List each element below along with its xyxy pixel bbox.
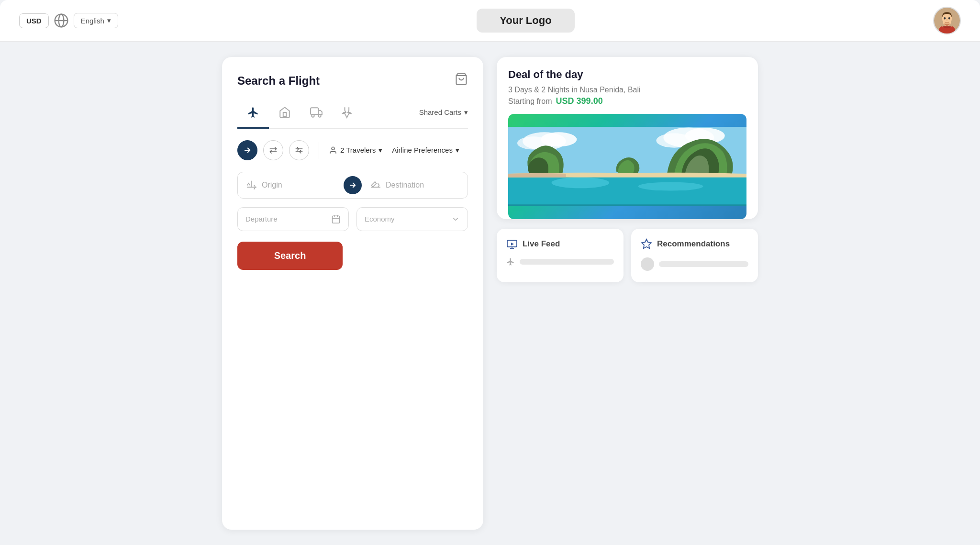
search-card: Search a Flight	[222, 57, 483, 530]
bottom-cards: Live Feed Recommendations	[497, 229, 758, 282]
svg-point-28	[638, 182, 703, 190]
deal-description: 3 Days & 2 Nights in Nusa Penida, Bali	[508, 86, 746, 94]
language-button[interactable]: English ▾	[74, 13, 118, 28]
live-feed-header: Live Feed	[506, 238, 614, 250]
svg-point-10	[312, 114, 314, 117]
svg-rect-14	[333, 216, 340, 223]
user-avatar-image	[934, 8, 960, 33]
tab-activities[interactable]	[332, 102, 364, 129]
deal-image	[508, 114, 746, 219]
travelers-label: 2 Travelers	[340, 146, 376, 154]
tab-car[interactable]	[301, 102, 332, 129]
search-card-title: Search a Flight	[237, 74, 320, 88]
departure-placeholder-text: Departure	[245, 215, 278, 223]
class-chevron-icon	[451, 215, 460, 223]
cart-icon[interactable]	[455, 72, 468, 89]
tab-flight[interactable]	[237, 102, 269, 129]
deal-title: Deal of the day	[508, 68, 746, 81]
svg-marker-30	[511, 243, 514, 245]
live-feed-row	[506, 257, 614, 266]
deal-price-row: Starting from USD 399.00	[508, 96, 746, 106]
recommendations-row	[641, 257, 748, 271]
airline-pref-label: Airline Preferences	[392, 146, 453, 154]
avatar[interactable]	[933, 7, 961, 34]
svg-point-6	[948, 17, 950, 20]
live-feed-placeholder-bar	[520, 259, 614, 265]
recommendations-header: Recommendations	[641, 238, 748, 250]
departure-input[interactable]: Departure	[237, 207, 349, 231]
destination-input[interactable]: Destination	[362, 172, 468, 198]
shared-carts-chevron-icon: ▾	[464, 108, 468, 117]
destination-placeholder-text: Destination	[386, 181, 424, 189]
class-label: Economy	[365, 215, 395, 223]
origin-destination-row: Origin Destination	[237, 172, 468, 199]
recommendations-placeholder-bar	[659, 261, 748, 267]
live-feed-card: Live Feed	[497, 229, 624, 282]
swap-icon	[348, 181, 357, 189]
logo: Your Logo	[477, 9, 574, 33]
airline-preferences-button[interactable]: Airline Preferences ▾	[392, 146, 459, 155]
chevron-down-icon: ▾	[107, 16, 111, 25]
currency-button[interactable]: USD	[19, 13, 49, 28]
tab-hotel[interactable]	[269, 102, 301, 129]
right-column: Deal of the day 3 Days & 2 Nights in Nus…	[497, 57, 758, 530]
calendar-icon	[331, 214, 341, 224]
search-card-header: Search a Flight	[237, 72, 468, 89]
header: USD English ▾ Your Logo	[0, 0, 980, 42]
svg-rect-9	[311, 108, 318, 114]
flight-options-row: 2 Travelers ▾ Airline Preferences ▾	[237, 140, 468, 160]
language-label: English	[81, 17, 104, 25]
svg-rect-26	[508, 176, 746, 204]
airline-pref-chevron-icon: ▾	[456, 146, 459, 155]
origin-input[interactable]: Origin	[238, 172, 344, 198]
travelers-button[interactable]: 2 Travelers ▾	[329, 146, 382, 155]
multi-city-button[interactable]	[289, 140, 309, 160]
svg-point-5	[944, 17, 946, 20]
main-content: Search a Flight	[203, 42, 777, 545]
shared-carts-button[interactable]: Shared Carts ▾	[419, 108, 468, 122]
shared-carts-label: Shared Carts	[419, 108, 461, 116]
class-select[interactable]: Economy	[356, 207, 468, 231]
recommendations-card: Recommendations	[631, 229, 758, 282]
one-way-button[interactable]	[237, 140, 257, 160]
recommendations-title: Recommendations	[657, 239, 730, 249]
divider	[319, 142, 319, 159]
origin-placeholder-text: Origin	[262, 181, 282, 189]
live-feed-title: Live Feed	[523, 239, 560, 249]
svg-rect-8	[283, 112, 287, 117]
deal-card: Deal of the day 3 Days & 2 Nights in Nus…	[497, 57, 758, 219]
landing-icon	[370, 180, 381, 190]
bottom-inputs-row: Departure Economy	[237, 207, 468, 231]
deal-price: USD 399.00	[556, 96, 603, 106]
header-left: USD English ▾	[19, 13, 118, 28]
search-button[interactable]: Search	[237, 242, 343, 270]
globe-icon	[54, 13, 69, 28]
round-trip-button[interactable]	[263, 140, 283, 160]
deal-price-label: Starting from	[508, 97, 552, 106]
travelers-chevron-icon: ▾	[379, 146, 382, 155]
recommendations-person-icon	[641, 257, 654, 271]
svg-point-12	[332, 147, 334, 150]
svg-point-27	[552, 178, 610, 189]
live-feed-icon	[506, 238, 518, 250]
live-feed-plane-icon	[506, 257, 515, 266]
recommendations-star-icon	[641, 238, 652, 250]
swap-button[interactable]	[344, 176, 362, 194]
svg-point-11	[318, 114, 321, 117]
destination-scene-svg	[508, 114, 746, 219]
svg-marker-33	[642, 239, 651, 248]
takeoff-icon	[246, 180, 257, 190]
tabs-row: Shared Carts ▾	[237, 102, 468, 129]
